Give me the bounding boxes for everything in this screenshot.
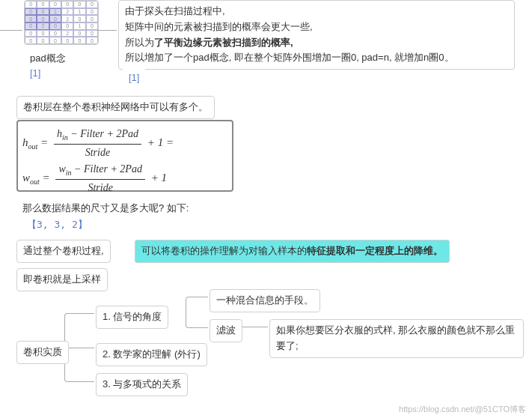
statement-conv-process: 通过整个卷积过程, [16,240,111,263]
formula-box: hout = hin − Filter + 2Pad Stride + 1 = … [16,120,233,192]
matrix-grid: 000000 001210 000200 020010 000200 00000… [25,1,98,44]
result-array: 【3, 3, 2】 [21,214,94,236]
tree-sub-example: 如果你想要区分衣服的式样, 那么衣服的颜色就不那么重要了; [269,319,524,358]
highlight-summary: 可以将卷积的操作理解为对输入样本的特征提取和一定程度上的降维。 [135,240,450,263]
formula-h: hout = hin − Filter + 2Pad Stride + 1 = [22,126,227,161]
explanation-line-2: 矩阵中间的元素被扫描到的概率会更大一些, [125,19,508,35]
tree-branch-signal: 1. 信号的角度 [96,306,168,329]
explanation-line-3: 所以为了平衡边缘元素被扫描到的概率, [125,35,508,51]
pad-ref-2[interactable]: [1] [123,67,145,89]
tree-sub-filter: 滤波 [210,319,242,342]
tree-root: 卷积实质 [16,341,69,364]
tree-branch-math: 2. 数学家的理解 (外行) [96,343,207,366]
explanation-box: 由于探头在扫描过程中, 矩阵中间的元素被扫描到的概率会更大一些, 所以为了平衡边… [118,0,515,70]
formula-w: wout = win − Filter + 2Pad Stride + 1 [22,161,227,196]
statement-multiple-layers: 卷积层在整个卷积神经网络中可以有多个。 [16,96,215,119]
watermark: https://blog.csdn.net/@51CTO博客 [399,404,526,415]
explanation-line-4: 所以增加了一个pad概念, 即在整个矩阵外围增加一圈0, pad=n, 就增加n… [125,50,508,66]
statement-upsample: 即卷积就是上采样 [16,268,108,291]
pad-ref-1[interactable]: [1] [24,63,46,85]
tree-branch-polynomial: 3. 与多项式的关系 [96,373,188,396]
explanation-line-1: 由于探头在扫描过程中, [125,4,508,19]
matrix-pad-image: 000000 001210 000200 020010 000200 00000… [24,0,99,45]
tree-sub-mix: 一种混合信息的手段。 [210,289,320,312]
